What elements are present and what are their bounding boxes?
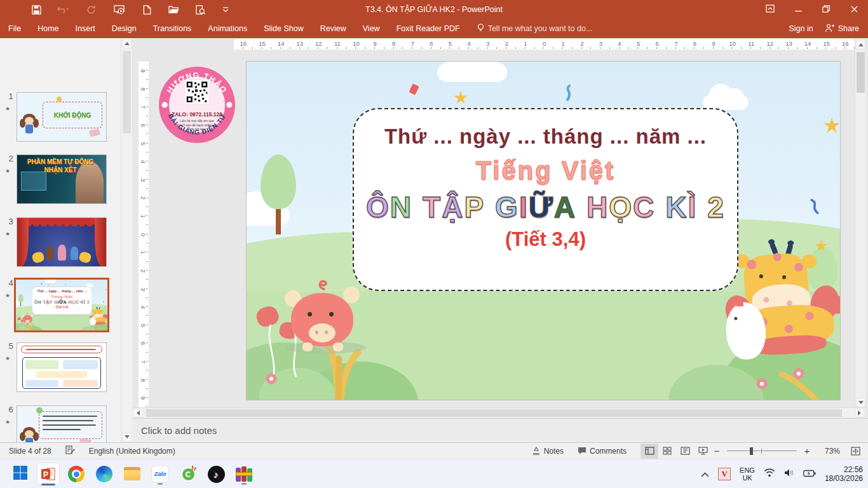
- zalo-icon: Zalo: [151, 465, 169, 483]
- zoom-slider-thumb[interactable]: [750, 447, 753, 455]
- taskbar-powerpoint-button[interactable]: P: [36, 463, 61, 485]
- slide-6-thumbnail[interactable]: [17, 405, 107, 442]
- main-title-text: ÔNTẬPGIỮAHỌCKÌ2: [354, 190, 737, 224]
- taskbar-clock[interactable]: 22:56 18/03/2026: [825, 465, 863, 483]
- scroll-up-button[interactable]: [856, 40, 865, 50]
- minimize-button[interactable]: [784, 0, 812, 19]
- tray-chevron-up-icon[interactable]: [701, 468, 709, 480]
- zoom-percentage[interactable]: 73%: [812, 447, 840, 456]
- tray-time: 22:56: [825, 465, 863, 474]
- flower-illustration: [20, 328, 20, 329]
- new-file-icon: [143, 5, 151, 15]
- thumbnail-scroll-down-button[interactable]: [122, 432, 132, 442]
- badge-note-line3: nick giả mạo: [188, 128, 206, 131]
- tab-slide-show[interactable]: Slide Show: [255, 19, 312, 38]
- undo-button[interactable]: [52, 0, 74, 19]
- horizontal-scrollbar-thumb[interactable]: [146, 409, 842, 417]
- tell-me-box[interactable]: Tell me what you want to do...: [477, 24, 593, 34]
- vertical-ruler[interactable]: 9876543210123456789: [139, 62, 149, 407]
- tab-home[interactable]: Home: [29, 19, 67, 38]
- ribbon-display-options-button[interactable]: [756, 0, 784, 19]
- thumbnail-scrollbar-thumb[interactable]: [123, 51, 131, 133]
- slide-4-scene: Thứ ... ngày ... tháng ... năm ... Tiếng…: [247, 62, 840, 400]
- slide-1-number: 1: [6, 92, 16, 101]
- star-decoration: [105, 288, 107, 291]
- zoom-slider[interactable]: [727, 444, 797, 459]
- reading-view-button[interactable]: [676, 444, 694, 459]
- girl-illustration: [21, 427, 37, 442]
- tab-transitions[interactable]: Transitions: [145, 19, 200, 38]
- normal-view-button[interactable]: [641, 444, 658, 459]
- taskbar-edge-button[interactable]: [92, 463, 117, 485]
- tab-design[interactable]: Design: [104, 19, 145, 38]
- notes-toggle-button[interactable]: Notes: [532, 447, 564, 456]
- share-button[interactable]: Share: [825, 24, 859, 34]
- slide-3-animation-star-icon: ★: [5, 231, 10, 237]
- slide-show-button[interactable]: [694, 444, 712, 459]
- windows-taskbar: P Zalo: [0, 459, 868, 488]
- taskbar-chrome-button[interactable]: [64, 463, 89, 485]
- fit-slide-to-window-button[interactable]: [846, 444, 864, 459]
- slide-2-thumbnail[interactable]: PHẦN MỀM TỰ ĐỘNG NHẬN XÉT: [17, 154, 107, 204]
- window-title: T3.4. ÔN TẬP GIỮA HK2 - PowerPoint: [0, 0, 868, 19]
- start-button[interactable]: [8, 463, 33, 485]
- start-from-beginning-button[interactable]: [108, 0, 130, 19]
- tab-insert[interactable]: Insert: [67, 19, 104, 38]
- battery-icon[interactable]: [803, 468, 816, 480]
- tab-foxit-reader-pdf[interactable]: Foxit Reader PDF: [388, 19, 468, 38]
- spell-check-icon[interactable]: [65, 445, 75, 456]
- zoom-out-button[interactable]: −: [712, 445, 722, 456]
- comments-toggle-button[interactable]: Comments: [578, 447, 627, 456]
- wifi-icon[interactable]: [764, 468, 775, 480]
- title-text-box[interactable]: Thứ ... ngày ... tháng ... năm ... Tiếng…: [32, 287, 92, 315]
- restore-button[interactable]: [812, 0, 840, 19]
- ribbon-tab-bar: File Home Insert Design Transitions Anim…: [0, 19, 868, 38]
- customize-qat-button[interactable]: [215, 0, 236, 19]
- tab-file[interactable]: File: [0, 19, 29, 38]
- redo-button[interactable]: [80, 0, 102, 19]
- save-button[interactable]: [25, 0, 47, 19]
- slide-sorter-view-button[interactable]: [658, 444, 676, 459]
- slide-4-thumbnail-selected[interactable]: Thứ ... ngày ... tháng ... năm ... Tiếng…: [14, 278, 109, 332]
- winrar-icon: [236, 466, 252, 482]
- scroll-down-button[interactable]: [856, 398, 865, 407]
- slide-5-thumbnail[interactable]: [17, 342, 107, 392]
- print-preview-button[interactable]: [189, 0, 211, 19]
- slide-canvas[interactable]: Thứ ... ngày ... tháng ... năm ... Tiếng…: [247, 62, 840, 400]
- confetti-red: [409, 83, 419, 95]
- speaker-icon[interactable]: [784, 468, 794, 480]
- taskbar-file-explorer-button[interactable]: [119, 463, 145, 485]
- tab-view[interactable]: View: [355, 19, 388, 38]
- language-indicator[interactable]: English (United Kingdom): [89, 447, 175, 456]
- language-switcher[interactable]: ENG UK: [740, 466, 755, 482]
- start-from-beginning-icon: [114, 5, 125, 15]
- notes-placeholder: Click to add notes: [141, 425, 217, 436]
- scroll-right-button[interactable]: [855, 408, 864, 417]
- unikey-icon[interactable]: V: [718, 468, 731, 480]
- coccoc-icon: [180, 466, 197, 483]
- scroll-left-button[interactable]: [133, 408, 143, 417]
- title-text-box[interactable]: Thứ ... ngày ... tháng ... năm ... Tiếng…: [353, 108, 738, 291]
- title-bar: T3.4. ÔN TẬP GIỮA HK2 - PowerPoint: [0, 0, 868, 19]
- thumbnail-panel-scrollbar[interactable]: [121, 38, 132, 442]
- close-button[interactable]: [840, 0, 868, 19]
- thumbnail-scroll-up-button[interactable]: [122, 39, 132, 48]
- slide-3-thumbnail[interactable]: [17, 217, 107, 267]
- tab-review[interactable]: Review: [312, 19, 355, 38]
- slide-1-thumbnail[interactable]: KHỞI ĐỘNG: [17, 92, 107, 142]
- taskbar-winrar-button[interactable]: [231, 463, 257, 485]
- notes-pane[interactable]: Click to add notes: [132, 418, 868, 442]
- open-button[interactable]: [163, 0, 184, 19]
- taskbar-tiktok-button[interactable]: ♪: [203, 463, 229, 485]
- vertical-scrollbar[interactable]: [855, 39, 865, 408]
- horizontal-ruler[interactable]: 1615141312111098765432101234567891011121…: [234, 39, 855, 50]
- vertical-scrollbar-thumb[interactable]: [857, 52, 865, 93]
- sign-in-button[interactable]: Sign in: [789, 24, 813, 33]
- horizontal-scrollbar[interactable]: [132, 407, 865, 417]
- taskbar-zalo-button[interactable]: Zalo: [147, 463, 173, 485]
- tab-animations[interactable]: Animations: [200, 19, 255, 38]
- main-title-text: ÔNTẬPGIỮAHỌCKÌ2: [32, 299, 92, 304]
- new-file-button[interactable]: [136, 0, 158, 19]
- zoom-in-button[interactable]: +: [802, 445, 812, 456]
- taskbar-coccoc-button[interactable]: [175, 463, 201, 485]
